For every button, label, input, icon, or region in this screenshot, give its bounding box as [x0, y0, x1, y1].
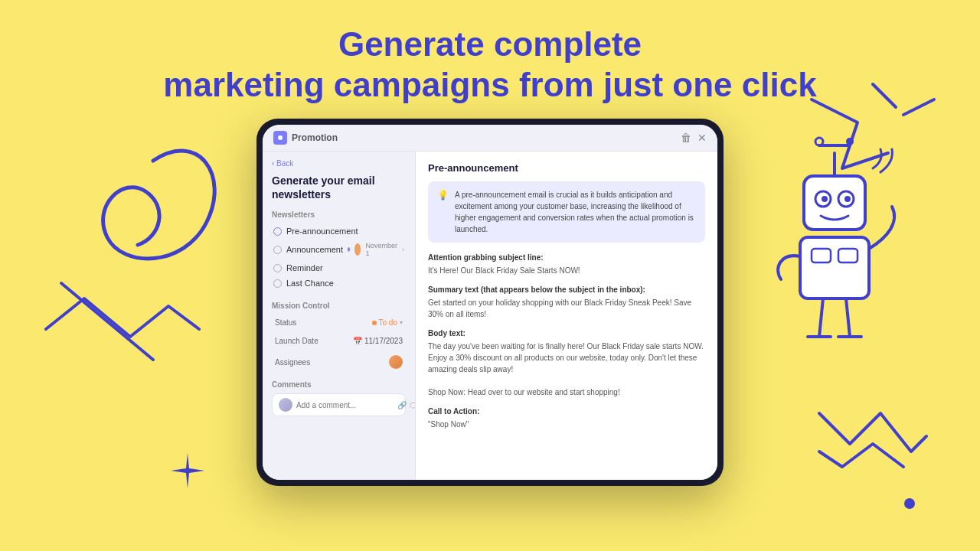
newsletter-item-announcement[interactable]: Announcement November 1 › — [272, 239, 406, 260]
svg-point-14 — [278, 135, 283, 140]
cta-value: "Shop Now" — [428, 419, 705, 430]
svg-point-2 — [815, 138, 823, 145]
comment-input[interactable] — [296, 401, 394, 409]
status-value-area: To do ▾ — [372, 318, 403, 327]
svg-rect-9 — [800, 237, 869, 298]
newsletter-item-pre-announcement[interactable]: Pre-announcement — [272, 223, 406, 239]
newsletter-item-reminder[interactable]: Reminder — [272, 260, 406, 276]
launch-date-label: Launch Date — [275, 337, 318, 345]
status-label: Status — [275, 318, 296, 327]
newsletter-name-pre: Pre-announcement — [286, 227, 404, 236]
announcement-dot — [348, 247, 350, 252]
sidebar-title: Generate your email newsletters — [272, 174, 406, 201]
comments-section: Comments 🔗 ⬡ — [272, 380, 406, 416]
field-cta: Call to Action: "Shop Now" — [428, 407, 705, 430]
status-row[interactable]: Status To do ▾ — [272, 315, 406, 331]
hero-line1: Generate complete — [0, 24, 980, 65]
svg-line-13 — [846, 298, 850, 337]
announcement-avatar — [354, 243, 361, 256]
newsletters-section-label: Newsletters — [272, 210, 406, 219]
main-content: Pre-announcement 💡 A pre-announcement em… — [416, 152, 717, 480]
mission-control-section: Mission Control Status To do ▾ Launch Da… — [272, 302, 406, 373]
hero-section: Generate complete marketing campaigns fr… — [0, 0, 980, 106]
hero-line2: marketing campaigns from just one click — [0, 65, 980, 106]
newsletter-name-last-chance: Last Chance — [286, 279, 404, 288]
summary-text-label: Summary text (that appears below the sub… — [428, 285, 705, 294]
sidebar: ‹ Back Generate your email newsletters N… — [263, 152, 416, 480]
newsletter-item-last-chance[interactable]: Last Chance — [272, 276, 406, 291]
newsletter-name-reminder: Reminder — [286, 263, 404, 272]
cta-label: Call to Action: — [428, 407, 705, 416]
robot-doodle — [758, 130, 911, 375]
zigzag-doodle — [812, 398, 934, 490]
announcement-date: November 1 — [365, 242, 397, 257]
chevron-down-icon: ▾ — [400, 319, 403, 326]
app-logo-icon — [273, 131, 287, 145]
svg-point-5 — [815, 191, 831, 207]
content-title: Pre-announcement — [428, 162, 705, 174]
comments-label: Comments — [272, 380, 406, 389]
field-subject-line: Attention grabbing subject line: It's He… — [428, 253, 705, 276]
comment-input-row[interactable]: 🔗 ⬡ — [272, 393, 406, 416]
field-body-text: Body text: The day you've been waiting f… — [428, 329, 705, 398]
dot-doodle — [904, 498, 915, 509]
tablet-device: Promotion 🗑 ✕ ‹ Back Generate your email… — [256, 119, 724, 486]
svg-point-7 — [822, 196, 828, 202]
svg-point-6 — [838, 191, 854, 207]
assignees-row[interactable]: Assignees — [272, 351, 406, 373]
back-link[interactable]: ‹ Back — [272, 159, 406, 168]
svg-point-8 — [844, 196, 851, 202]
subject-line-value: It's Here! Our Black Friday Sale Starts … — [428, 265, 705, 276]
info-box: 💡 A pre-announcement email is crucial as… — [428, 181, 705, 243]
comment-user-avatar — [279, 398, 292, 412]
field-summary-text: Summary text (that appears below the sub… — [428, 285, 705, 320]
star-doodle — [168, 452, 207, 490]
app-title-area: Promotion — [273, 131, 338, 145]
svg-point-3 — [846, 138, 854, 145]
app-body: ‹ Back Generate your email newsletters N… — [263, 152, 717, 480]
launch-date-row[interactable]: Launch Date 📅 11/17/2023 — [272, 333, 406, 349]
newsletter-list: Pre-announcement Announcement November 1… — [272, 223, 406, 291]
subject-line-label: Attention grabbing subject line: — [428, 253, 705, 262]
svg-rect-10 — [812, 249, 831, 262]
tablet-screen: Promotion 🗑 ✕ ‹ Back Generate your email… — [263, 125, 717, 480]
close-icon[interactable]: ✕ — [697, 132, 707, 144]
summary-text-value: Get started on your holiday shopping wit… — [428, 297, 705, 320]
svg-rect-4 — [804, 176, 865, 230]
trash-icon[interactable]: 🗑 — [681, 132, 691, 144]
body-text-label: Body text: — [428, 329, 705, 337]
newsletter-name-announcement: Announcement — [286, 245, 343, 254]
app-title: Promotion — [292, 132, 338, 143]
mention-icon[interactable]: ⬡ — [410, 401, 416, 409]
svg-line-12 — [819, 298, 823, 337]
radio-reminder — [273, 264, 282, 272]
radio-announcement — [273, 246, 282, 254]
left-swirl-doodle — [15, 115, 230, 421]
status-value: To do — [379, 318, 397, 327]
link-icon[interactable]: 🔗 — [397, 401, 407, 409]
svg-rect-11 — [838, 249, 858, 262]
body-text-value: The day you've been waiting for is final… — [428, 341, 705, 398]
announcement-arrow: › — [402, 246, 404, 253]
launch-date-value-area: 📅 11/17/2023 — [353, 337, 403, 345]
comment-action-buttons: 🔗 ⬡ — [397, 401, 416, 409]
status-indicator-dot — [372, 321, 377, 325]
radio-last-chance — [273, 279, 282, 288]
launch-date-value: 11/17/2023 — [364, 337, 403, 345]
assignees-label: Assignees — [275, 358, 310, 367]
radio-pre-announcement — [273, 227, 282, 236]
calendar-icon: 📅 — [353, 337, 362, 345]
info-text: A pre-announcement email is crucial as i… — [455, 189, 696, 235]
app-header-actions: 🗑 ✕ — [681, 132, 707, 144]
app-header: Promotion 🗑 ✕ — [263, 125, 717, 152]
mission-control-label: Mission Control — [272, 302, 406, 310]
assignee-avatar — [389, 355, 403, 369]
lightbulb-icon: 💡 — [437, 190, 449, 201]
